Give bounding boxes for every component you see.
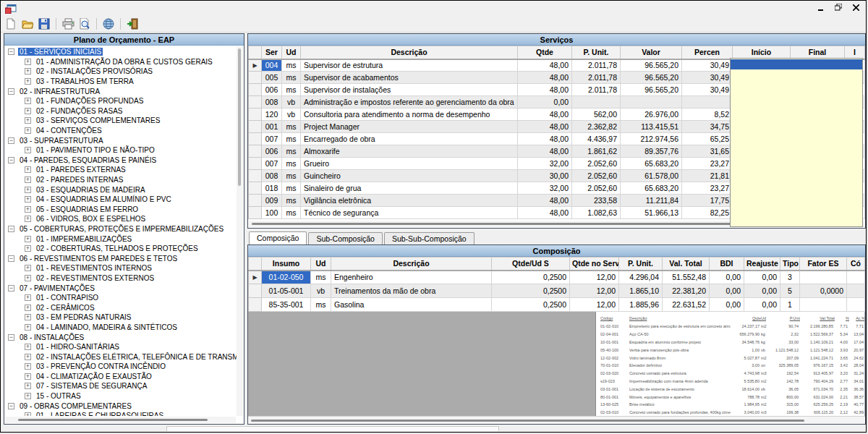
tree-item[interactable]: + 01 - LAREIRAS E CHURRASQUEIRAS <box>4 411 237 416</box>
tree-item[interactable]: + 02 - PAREDES INTERNAS <box>4 175 237 185</box>
menu-item[interactable] <box>60 7 73 9</box>
col-punit[interactable]: P. Unit. <box>619 258 663 271</box>
tree-item[interactable]: + 01 - REVESTIMENTOS INTERNOS <box>4 263 237 273</box>
expand-toggle-icon[interactable]: + <box>25 216 31 222</box>
tree-item[interactable]: + 03 - EM PEDRAS NATURAIS <box>4 312 237 323</box>
tree-item[interactable]: + 02 - INSTALAÇÕES ELÉTRICA, TELEFÔNICA … <box>4 352 237 362</box>
expand-toggle-icon[interactable]: + <box>25 196 31 203</box>
tree-item[interactable]: + 02 - COBERTURAS, TELHADOS E PROTEÇÕES <box>4 244 237 254</box>
col-qtde-no-serv[interactable]: Qtde no Serv <box>570 258 619 271</box>
report-option[interactable] <box>731 80 862 90</box>
tree-item[interactable]: + 04 - CONTENÇÕES <box>4 126 237 136</box>
menu-item[interactable] <box>73 7 86 9</box>
report-option[interactable] <box>731 59 862 69</box>
menu-item[interactable] <box>47 7 60 9</box>
tree-item[interactable]: − 07 - PAVIMENTAÇÕES <box>4 283 237 293</box>
expand-toggle-icon[interactable]: + <box>25 324 31 331</box>
expand-toggle-icon[interactable]: + <box>25 373 31 380</box>
report-option[interactable] <box>731 69 862 80</box>
col-val-total[interactable]: Val. Total <box>663 258 710 271</box>
col-descricao[interactable]: Descrição <box>301 46 518 59</box>
col-qtde-ud-s[interactable]: Qtde/Ud S <box>492 258 570 271</box>
expand-toggle-icon[interactable]: + <box>25 166 31 173</box>
tree-item[interactable]: + 01 - HIDRO-SANITÁRIAS <box>4 342 237 352</box>
report-option[interactable] <box>731 195 862 205</box>
tree-item[interactable]: + 01 - IMPERMEABILIZAÇÕES <box>4 234 237 244</box>
col-ud[interactable]: Ud <box>282 46 301 59</box>
col-punit[interactable]: P. Unit. <box>572 46 621 59</box>
expand-toggle-icon[interactable]: − <box>8 157 14 163</box>
composition-row[interactable]: ▶ 01-02-050 ms Engenheiro 0,2500 12,00 4… <box>249 271 865 284</box>
col-tipo[interactable]: Tipo <box>780 258 800 271</box>
print-icon[interactable] <box>61 17 75 31</box>
restore-button[interactable] <box>833 2 844 12</box>
expand-toggle-icon[interactable]: + <box>25 275 31 281</box>
report-option[interactable] <box>731 122 862 132</box>
report-option[interactable] <box>731 111 862 122</box>
col-reajuste[interactable]: Reajuste <box>744 258 780 271</box>
report-option[interactable] <box>731 101 862 111</box>
tree-item[interactable]: + 04 - CLIMATIZAÇÃO E EXAUSTÃO <box>4 372 237 382</box>
expand-toggle-icon[interactable]: − <box>8 88 14 95</box>
tree-item[interactable]: − 05 - COBERTURAS, PROTEÇÕES E IMPERMEAB… <box>4 224 237 234</box>
save-icon[interactable] <box>37 17 51 31</box>
expand-toggle-icon[interactable]: + <box>25 265 31 271</box>
tree-item[interactable]: − 04 - PAREDES, ESQUADRIAS E PAINÉIS <box>4 156 237 166</box>
composition-row[interactable]: 01-05-001 vb Treinamentos da mão de obra… <box>249 284 865 298</box>
expand-toggle-icon[interactable]: − <box>8 403 14 409</box>
col-inicio[interactable]: Início <box>733 46 791 59</box>
expand-toggle-icon[interactable]: + <box>25 383 31 389</box>
expand-toggle-icon[interactable]: − <box>8 137 14 144</box>
tree-item[interactable]: + 06 - VIDROS, BOX E ESPELHOS <box>4 214 237 224</box>
composition-row[interactable]: 85-35-001 ms Gasolina 0,2500 12,00 1.885… <box>249 298 865 312</box>
tree-item[interactable]: + 04 - ESQUADRIAS EM ALUMÍNIO E PVC <box>4 195 237 205</box>
report-option[interactable] <box>731 184 862 195</box>
report-option[interactable] <box>731 132 862 142</box>
col-fator-es[interactable]: Fator ES <box>800 258 847 271</box>
report-option[interactable] <box>731 90 862 101</box>
expand-toggle-icon[interactable]: + <box>25 127 31 134</box>
menu-item[interactable] <box>34 7 47 9</box>
tab-sub-composicao[interactable]: Sub-Composição <box>308 232 383 244</box>
tree-item[interactable]: − 02 - INFRAESTRUTURA <box>4 86 237 96</box>
col-final[interactable]: Final <box>791 46 845 59</box>
print-preview-icon[interactable] <box>77 17 92 31</box>
expand-toggle-icon[interactable]: + <box>25 117 31 124</box>
tree-item[interactable]: + 05 - ESQUADRIAS EM FERRO <box>4 205 237 215</box>
tree-item[interactable]: − 09 - OBRAS COMPLEMENTARES <box>4 401 237 411</box>
report-option[interactable] <box>731 153 862 163</box>
expand-toggle-icon[interactable]: + <box>25 354 31 360</box>
expand-toggle-icon[interactable]: + <box>25 59 31 65</box>
tree-item[interactable]: + 02 - REVESTIMENTOS EXTERNOS <box>4 273 237 284</box>
expand-toggle-icon[interactable]: + <box>25 78 31 85</box>
tree-item[interactable]: + 04 - LAMINADO, MADEIRA & SINTÉTICOS <box>4 323 237 333</box>
expand-toggle-icon[interactable]: + <box>25 236 31 242</box>
new-document-icon[interactable] <box>4 17 18 31</box>
expand-toggle-icon[interactable]: − <box>8 255 14 262</box>
tree-horizontal-scrollbar[interactable] <box>5 417 236 423</box>
col-bdi[interactable]: BDI <box>710 258 744 271</box>
tree-item[interactable]: + 02 - CERÂMICOS <box>4 302 237 312</box>
expand-toggle-icon[interactable]: + <box>25 314 31 320</box>
tree-item[interactable]: − 01 - SERVIÇOS INICIAIS <box>4 47 237 57</box>
expand-toggle-icon[interactable]: + <box>25 187 31 193</box>
open-folder-icon[interactable] <box>20 17 35 31</box>
report-option[interactable] <box>731 163 862 174</box>
menu-item[interactable] <box>86 7 99 9</box>
expand-toggle-icon[interactable]: + <box>25 206 31 213</box>
tree-item[interactable]: − 08 - INSTALAÇÕES <box>4 332 237 342</box>
tree-item[interactable]: + 02 - INSTALAÇÕES PROVISÓRIAS <box>4 67 237 77</box>
col-descricao[interactable]: Descrição <box>331 258 492 271</box>
expand-toggle-icon[interactable]: − <box>8 285 14 292</box>
close-button[interactable] <box>850 2 861 12</box>
col-qtde[interactable]: Qtde <box>518 46 572 59</box>
col-insumo[interactable]: Insumo <box>262 258 311 271</box>
tree-item[interactable]: + 03 - SERVIÇOS COMPLEMENTARES <box>4 116 237 126</box>
minimize-button[interactable] <box>815 2 827 12</box>
tab-composicao[interactable]: Composição <box>249 231 307 244</box>
expand-toggle-icon[interactable]: + <box>25 68 31 75</box>
expand-toggle-icon[interactable]: − <box>8 334 14 341</box>
expand-toggle-icon[interactable]: + <box>25 393 31 399</box>
col-ud[interactable]: Ud <box>311 258 331 271</box>
tree-item[interactable]: − 06 - REVESTIMENTOS EM PAREDES E TETOS <box>4 253 237 263</box>
